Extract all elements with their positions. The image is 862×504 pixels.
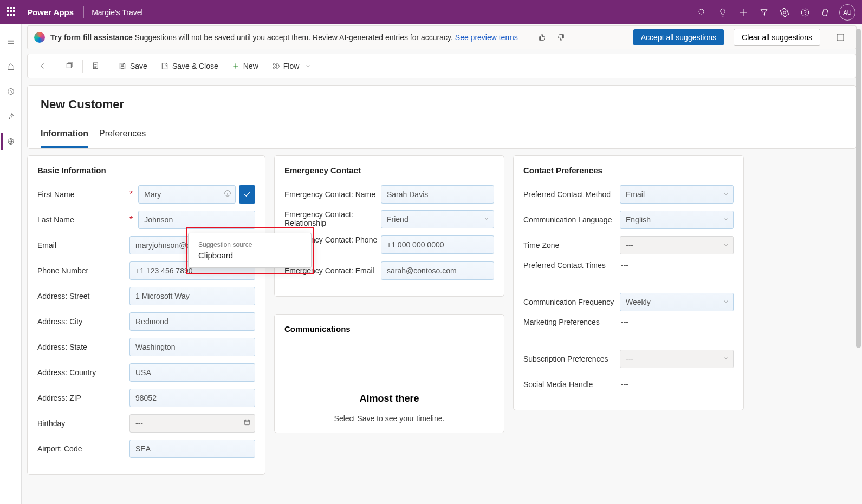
user-avatar[interactable]: AU <box>839 4 855 21</box>
banner-divider <box>527 31 527 43</box>
city-label: Address: City <box>37 317 82 326</box>
field-first-name: First Name * <box>37 185 255 204</box>
field-pref-sub: Subscription Preferences <box>523 349 734 369</box>
field-ec-rel: Emergency Contact: Relationship <box>284 210 494 230</box>
calendar-icon[interactable] <box>243 418 251 428</box>
section-emergency: Emergency Contact Emergency Contact: Nam… <box>274 155 504 297</box>
environment-name[interactable]: Margie's Travel <box>92 8 142 17</box>
comm-almost-sub: Select Save to see your timeline. <box>284 414 494 423</box>
copilot-header-icon[interactable] <box>815 0 836 24</box>
field-ec-phone: Emergency Contact: Phone Number <box>284 235 494 255</box>
scrollbar-track[interactable] <box>855 27 862 502</box>
scrollbar-thumb[interactable] <box>856 29 861 348</box>
section-title-emerg: Emergency Contact <box>284 166 494 175</box>
accept-all-button[interactable]: Accept all suggestions <box>633 29 724 45</box>
nav-recent-icon[interactable] <box>2 83 20 100</box>
thumbs-down-icon[interactable] <box>554 31 567 44</box>
search-icon[interactable] <box>692 0 712 24</box>
birthday-input[interactable] <box>129 414 255 433</box>
pref-method-select[interactable] <box>620 185 734 204</box>
svg-point-6 <box>805 14 806 15</box>
ec-email-input[interactable] <box>381 261 494 280</box>
field-ec-email: Emergency Contact: Email <box>284 261 494 280</box>
field-last-name: Last Name * <box>37 210 255 230</box>
nav-hamburger-icon[interactable] <box>2 33 20 50</box>
nav-home-icon[interactable] <box>2 58 20 75</box>
copilot-pane-toggle-icon[interactable] <box>831 28 850 47</box>
ec-name-input[interactable] <box>381 185 494 204</box>
state-input[interactable] <box>129 338 255 356</box>
save-close-label: Save & Close <box>172 62 218 70</box>
street-label: Address: Street <box>37 292 90 300</box>
svg-rect-17 <box>121 67 124 69</box>
section-contact-pref: Contact Preferences Preferred Contact Me… <box>513 155 744 410</box>
banner-link[interactable]: See preview terms <box>455 33 518 42</box>
new-button[interactable]: New <box>226 56 264 76</box>
banner-bold: Try form fill assistance <box>50 33 133 42</box>
lightbulb-icon[interactable] <box>712 0 733 24</box>
pref-lang-select[interactable] <box>620 211 734 229</box>
pref-mkt-value[interactable]: --- <box>620 318 628 326</box>
country-input[interactable] <box>129 363 255 382</box>
accept-suggestion-button[interactable] <box>239 185 255 204</box>
comm-title: Communications <box>284 324 494 333</box>
tooltip-title: Suggestion source <box>198 241 301 248</box>
pref-sub-select[interactable] <box>620 350 734 368</box>
command-bar: Save Save & Close New Flow <box>27 54 857 78</box>
add-icon[interactable] <box>733 0 754 24</box>
save-label: Save <box>130 62 147 70</box>
save-close-button[interactable]: Save & Close <box>155 56 224 76</box>
settings-icon[interactable] <box>774 0 795 24</box>
last-name-input[interactable] <box>138 211 255 229</box>
form-fill-banner: Try form fill assistance Suggestions wil… <box>27 25 857 49</box>
street-input[interactable] <box>129 287 255 305</box>
tab-preferences[interactable]: Preferences <box>99 129 146 148</box>
pref-mkt-label: Marketing Preferences <box>523 318 620 326</box>
pref-freq-select[interactable] <box>620 293 734 311</box>
ec-phone-input[interactable] <box>381 235 494 254</box>
left-nav-rail <box>0 24 22 504</box>
back-button[interactable] <box>33 56 53 76</box>
pref-sub-label: Subscription Preferences <box>523 355 620 363</box>
pref-method-label: Preferred Contact Method <box>523 190 620 199</box>
required-icon: * <box>129 215 133 225</box>
pref-tz-select[interactable] <box>620 236 734 254</box>
zip-input[interactable] <box>129 389 255 407</box>
last-name-label: Last Name <box>37 215 74 224</box>
field-city: Address: City <box>37 312 255 331</box>
app-header: Power Apps Margie's Travel AU <box>0 0 862 24</box>
cmd-divider <box>109 60 109 73</box>
field-pref-mkt: Marketing Preferences --- <box>523 318 734 337</box>
info-icon[interactable] <box>224 189 231 199</box>
field-pref-lang: Communication Language <box>523 210 734 230</box>
svg-rect-16 <box>121 63 124 65</box>
app-name: Power Apps <box>27 8 74 17</box>
email-label: Email <box>37 241 56 250</box>
flow-button[interactable]: Flow <box>266 56 317 76</box>
tab-information[interactable]: Information <box>41 129 88 148</box>
airport-input[interactable] <box>129 440 255 458</box>
clear-all-button[interactable]: Clear all suggestions <box>734 29 820 46</box>
pref-times-value[interactable]: --- <box>620 261 628 270</box>
ec-rel-label: Emergency Contact: Relationship <box>284 210 381 227</box>
ec-rel-select[interactable] <box>381 210 494 228</box>
app-launcher-icon[interactable] <box>7 7 17 18</box>
nav-pinned-icon[interactable] <box>2 108 20 125</box>
page-title: New Customer <box>41 97 843 112</box>
flow-label: Flow <box>283 62 300 70</box>
svg-rect-14 <box>67 63 71 68</box>
form-header-card: New Customer Information Preferences <box>27 85 857 149</box>
city-input[interactable] <box>129 312 255 331</box>
open-new-window-button[interactable] <box>60 56 79 76</box>
pref-social-value[interactable]: --- <box>620 380 628 389</box>
thumbs-up-icon[interactable] <box>536 31 549 44</box>
first-name-input[interactable] <box>138 185 236 204</box>
save-button[interactable]: Save <box>113 56 153 76</box>
check-access-button[interactable] <box>86 56 106 76</box>
svg-rect-23 <box>244 420 249 425</box>
help-icon[interactable] <box>795 0 815 24</box>
filter-icon[interactable] <box>754 0 774 24</box>
required-icon: * <box>129 189 133 199</box>
airport-label: Airport: Code <box>37 444 82 453</box>
nav-entity-icon[interactable] <box>1 133 18 150</box>
